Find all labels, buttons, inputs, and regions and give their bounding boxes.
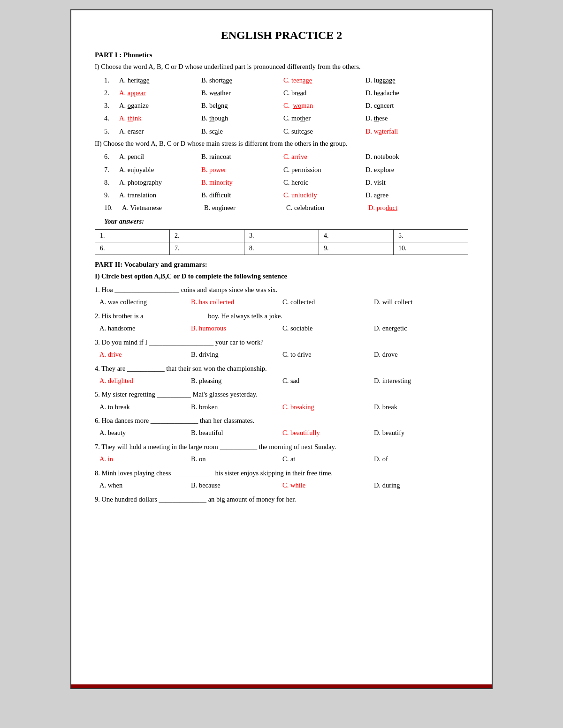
q7-options: A. enjoyable B. power C. permission D. e… xyxy=(119,165,468,175)
vq4-text: 4. They are ___________ that their son w… xyxy=(95,365,267,372)
q5-row: 5. A. eraser B. scale C. suitcase D. wat… xyxy=(104,126,468,137)
q8-b: B. minority xyxy=(201,177,283,188)
vq1-a: A. was collecting xyxy=(99,296,191,308)
vq3-a: A. drive xyxy=(99,349,191,360)
vq3-options: A. drive B. driving C. to drive D. drove xyxy=(95,349,468,360)
vq6-b: B. beautiful xyxy=(191,427,282,439)
ans8: 8. xyxy=(244,242,319,255)
ans3: 3. xyxy=(244,230,319,242)
vocab-q3: 3. Do you mind if I ___________________ … xyxy=(95,337,468,360)
vq6-c: C. beautifully xyxy=(282,427,374,439)
vq5-b: B. broken xyxy=(191,401,282,413)
bottom-bar xyxy=(71,684,492,688)
q1-c: C. teenage xyxy=(283,75,365,86)
q1-a: A. heritage xyxy=(119,75,201,86)
q5-options: A. eraser B. scale C. suitcase D. waterf… xyxy=(119,126,468,137)
vocab-q4: 4. They are ___________ that their son w… xyxy=(95,363,468,387)
vq8-c: C. while xyxy=(282,480,374,491)
phonetics-q1-5: 1. A. heritage B. shortage C. teenage D.… xyxy=(95,75,468,137)
vq6-text: 6. Hoa dances more ______________ than h… xyxy=(95,417,254,424)
vocab-q2: 2. His brother is a __________________ b… xyxy=(95,311,468,334)
q5-d: D. waterfall xyxy=(365,126,448,137)
q3-options: A. oganize B. belong C. woman D. concert xyxy=(119,100,468,111)
part2-label: PART II: Vocabulary and grammars: xyxy=(95,261,468,269)
q5-b: B. scale xyxy=(201,126,283,137)
q6-d: D. notebook xyxy=(365,151,448,162)
q4-row: 4. A. think B. though C. mother D. these xyxy=(104,113,468,124)
vq4-options: A. delighted B. pleasing C. sad D. inter… xyxy=(95,375,468,387)
q2-num: 2. xyxy=(104,88,119,98)
your-answers-label: Your answers: xyxy=(95,217,468,225)
part2-section1-instruction: I) Circle best option A,B,C or D to comp… xyxy=(95,271,468,282)
vq7-options: A. in B. on C. at D. of xyxy=(95,453,468,465)
vq1-d: D. will collect xyxy=(374,296,465,308)
vocab-q1: 1. Hoa ___________________ coins and sta… xyxy=(95,285,468,308)
q4-options: A. think B. though C. mother D. these xyxy=(119,113,468,124)
q7-a: A. enjoyable xyxy=(119,165,201,175)
q4-a: A. think xyxy=(119,113,201,124)
vocab-q6: 6. Hoa dances more ______________ than h… xyxy=(95,415,468,439)
q7-c: C. permission xyxy=(283,165,365,175)
q2-d: D. headache xyxy=(365,88,448,98)
vq2-text: 2. His brother is a __________________ b… xyxy=(95,312,282,320)
vq5-c: C. breaking xyxy=(282,401,374,413)
vq6-d: D. beautify xyxy=(374,427,465,439)
section1-instruction: I) Choose the word A, B, C or D whose un… xyxy=(95,62,468,72)
vq7-b: B. on xyxy=(191,453,282,465)
q2-row: 2. A. appear B. weather C. bread D. head… xyxy=(104,88,468,98)
q9-row: 9. A. translation B. difficult C. unluck… xyxy=(104,190,468,201)
q4-c: C. mother xyxy=(283,113,365,124)
q10-num: 10. xyxy=(104,203,122,213)
vq4-d: D. interesting xyxy=(374,375,465,387)
q9-c: C. unluckily xyxy=(283,190,365,201)
vq1-c: C. collected xyxy=(282,296,374,308)
q4-num: 4. xyxy=(104,113,119,124)
vocab-q7: 7. They will hold a meeting in the large… xyxy=(95,442,468,465)
q3-num: 3. xyxy=(104,100,119,111)
q4-d: D. these xyxy=(365,113,448,124)
q8-options: A. photography B. minority C. heroic D. … xyxy=(119,177,468,188)
q8-row: 8. A. photography B. minority C. heroic … xyxy=(104,177,468,188)
section2-instruction: II) Choose the word A, B, C or D whose m… xyxy=(95,139,468,149)
vq2-options: A. handsome B. humorous C. sociable D. e… xyxy=(95,323,468,334)
ans10: 10. xyxy=(394,242,468,255)
vq7-c: C. at xyxy=(282,453,374,465)
ans5: 5. xyxy=(394,230,468,242)
q3-row: 3. A. oganize B. belong C. woman D. conc… xyxy=(104,100,468,111)
vq3-b: B. driving xyxy=(191,349,282,360)
q9-a: A. translation xyxy=(119,190,201,201)
q9-b: B. difficult xyxy=(201,190,283,201)
ans7: 7. xyxy=(170,242,244,255)
vq8-text: 8. Minh loves playing chess ____________… xyxy=(95,469,333,477)
q6-a: A. pencil xyxy=(119,151,201,162)
q1-num: 1. xyxy=(104,75,119,86)
vq5-options: A. to break B. broken C. breaking D. bre… xyxy=(95,401,468,413)
vq4-c: C. sad xyxy=(282,375,374,387)
vocab-q8: 8. Minh loves playing chess ____________… xyxy=(95,468,468,491)
ans6: 6. xyxy=(95,242,170,255)
q10-a: A. Vietnamese xyxy=(122,203,204,213)
answers-table: 1. 2. 3. 4. 5. 6. 7. 8. 9. 10. xyxy=(95,229,468,255)
q1-d: D. luggage xyxy=(365,75,448,86)
answers-row1: 1. 2. 3. 4. 5. xyxy=(95,230,468,242)
q4-b: B. though xyxy=(201,113,283,124)
q8-c: C. heroic xyxy=(283,177,365,188)
page-title: ENGLISH PRACTICE 2 xyxy=(95,29,468,42)
vq5-text: 5. My sister regretting __________ Mai's… xyxy=(95,390,258,398)
q8-num: 8. xyxy=(104,177,119,188)
q5-c: C. suitcase xyxy=(283,126,365,137)
q7-b: B. power xyxy=(201,165,283,175)
vq2-d: D. energetic xyxy=(374,323,465,334)
part1-label: PART I : Phonetics xyxy=(95,51,468,59)
q10-d: D. product xyxy=(368,203,450,213)
q10-row: 10. A. Vietnamese B. engineer C. celebra… xyxy=(104,203,468,213)
q9-num: 9. xyxy=(104,190,119,201)
q5-a: A. eraser xyxy=(119,126,201,137)
ans2: 2. xyxy=(170,230,244,242)
q10-options: A. Vietnamese B. engineer C. celebration… xyxy=(122,203,468,213)
vq3-d: D. drove xyxy=(374,349,465,360)
ans9: 9. xyxy=(319,242,394,255)
q10-c: C. celebration xyxy=(286,203,368,213)
vq7-a: A. in xyxy=(99,453,191,465)
vq1-text: 1. Hoa ___________________ coins and sta… xyxy=(95,286,277,293)
